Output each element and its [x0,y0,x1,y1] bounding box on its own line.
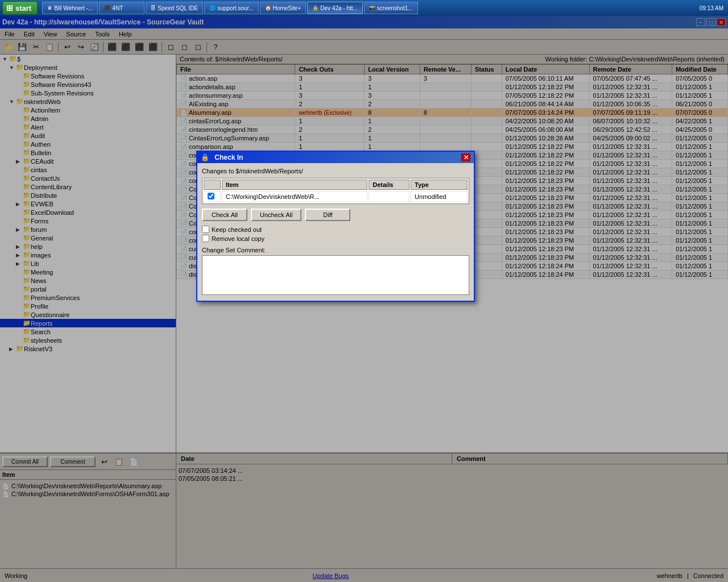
dialog-item-type: Unmodified [411,191,468,202]
taskbar-item-sql[interactable]: 🗄 Speed SQL IDE [146,2,203,14]
dialog-checkbox-cell [204,191,221,202]
dialog-item-path: C:\Working\Dev\risknetrdWeb\R... [222,191,367,202]
dialog-comment-input[interactable] [202,255,469,295]
dialog-title-bar: 🔒 Check In ✕ [197,152,474,163]
checkin-dialog: 🔒 Check In ✕ Changes to $/risknetrdWeb/R… [196,151,475,302]
dialog-col-check [204,180,221,190]
dialog-content: Changes to $/risknetrdWeb/Reports/ Item … [197,163,474,301]
dialog-options: Keep checked out Remove local copy [202,226,469,242]
remove-local-option: Remove local copy [202,235,469,242]
dialog-buttons-row: Check All Uncheck All Diff [202,209,469,221]
taskbar-item-dev42a[interactable]: 🔒 Dev 42a - htt... [307,2,363,14]
dialog-col-details: Details [369,180,410,190]
taskbar-item-homesite[interactable]: 🏠 HomeSite+ [260,2,307,14]
table-row: C:\Working\Dev\risknetrdWeb\R... Unmodif… [204,191,468,202]
taskbar-item-4nt[interactable]: ⬛ 4NT [99,2,144,14]
dialog-file-table: Item Details Type C:\Working\Dev\risknet… [202,178,469,204]
dialog-col-type: Type [411,180,468,190]
taskbar-clock: 09:13 AM [695,5,728,11]
taskbar: ⊞ start 🖥 Bill Wehnert -... ⬛ 4NT 🗄 Spee… [0,0,728,16]
taskbar-item-screenshot[interactable]: 📸 screenshot1... [364,2,418,14]
dialog-subtitle: Changes to $/risknetrdWeb/Reports/ [202,168,469,174]
remove-local-label: Remove local copy [212,235,264,242]
keep-checked-out-option: Keep checked out [202,226,469,233]
keep-checked-out-label: Keep checked out [212,226,262,233]
taskbar-item-support[interactable]: 🌐 support.sour... [204,2,258,14]
check-all-button[interactable]: Check All [202,209,247,221]
keep-checked-out-checkbox[interactable] [202,226,209,233]
dialog-item-details [369,191,410,202]
diff-button[interactable]: Diff [305,209,350,221]
dialog-comment-label: Change Set Comment: [202,247,469,253]
uncheck-all-button[interactable]: Uncheck All [251,209,301,221]
taskbar-item-bill[interactable]: 🖥 Bill Wehnert -... [42,2,98,14]
remove-local-checkbox[interactable] [202,235,209,242]
dialog-close-button[interactable]: ✕ [461,153,470,161]
start-button[interactable]: ⊞ start [2,1,38,15]
dialog-file-checkbox[interactable] [208,193,214,199]
dialog-title-text: 🔒 Check In [201,153,243,161]
taskbar-items: 🖥 Bill Wehnert -... ⬛ 4NT 🗄 Speed SQL ID… [40,2,695,14]
dialog-col-item: Item [222,180,367,190]
